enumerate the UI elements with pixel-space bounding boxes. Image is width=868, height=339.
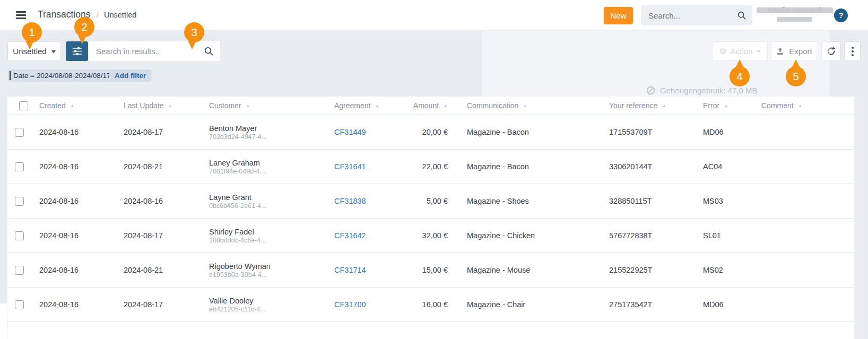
help-button[interactable]: ? xyxy=(834,8,848,22)
action-dropdown-button[interactable]: ⚙ Action xyxy=(712,41,768,61)
row-checkbox[interactable] xyxy=(15,266,24,275)
customer-name: Shirley Fadel xyxy=(209,228,254,236)
row-checkbox[interactable] xyxy=(15,300,24,309)
cell-agreement: CF31449 xyxy=(327,115,400,149)
redaction-bar-secondary xyxy=(777,17,812,22)
search-icon[interactable] xyxy=(204,46,214,56)
global-search-box[interactable] xyxy=(641,5,752,25)
view-selector-dropdown[interactable]: Unsettled xyxy=(7,41,61,61)
cell-created: 2024-08-16 xyxy=(32,253,116,287)
cell-error: MD06 xyxy=(696,288,754,321)
sliders-icon xyxy=(72,47,82,56)
agreement-link[interactable]: CF31449 xyxy=(334,128,366,136)
agreement-link[interactable]: CF31700 xyxy=(334,300,366,309)
cell-agreement: CF31700 xyxy=(327,288,400,321)
cell-communication: Magazine - Bacon xyxy=(459,150,602,184)
sort-ascending-icon: ▲ xyxy=(523,103,527,108)
menu-icon[interactable] xyxy=(16,11,26,19)
customer-name: Benton Mayer xyxy=(209,124,257,133)
refresh-button[interactable] xyxy=(821,41,841,61)
upload-icon xyxy=(776,47,785,56)
cell-comment xyxy=(754,288,854,321)
cell-created: 2024-08-16 xyxy=(32,184,116,218)
active-filter-chip[interactable]: Date = 2024/08/08-2024/08/17 xyxy=(8,69,116,82)
column-header-customer[interactable]: Customer▲ xyxy=(202,97,327,115)
cell-created: 2024-08-16 xyxy=(32,150,116,184)
user-menu[interactable]: Amelie Vervoeck xyxy=(758,6,832,24)
column-header-last-update[interactable]: Last Update▲ xyxy=(116,97,202,115)
customer-id: 7001f94e-049d-4... xyxy=(209,168,265,175)
kebab-icon xyxy=(852,47,854,49)
export-button[interactable]: Export xyxy=(771,41,817,61)
table-row[interactable]: 2024-08-162024-08-16Layne Grant0bc6b456-… xyxy=(7,184,854,219)
cell-amount: 20,00 € xyxy=(400,115,459,149)
column-header-amount[interactable]: Amount▲ xyxy=(400,97,459,115)
cell-comment xyxy=(754,115,854,149)
cell-customer: Layne Grant0bc6b456-2e61-4... xyxy=(202,184,327,218)
cell-customer: Rigoberto Wymane1953b0a-30b4-4... xyxy=(202,253,327,287)
sort-ascending-icon: ▲ xyxy=(168,103,173,108)
column-header-comment[interactable]: Comment▲ xyxy=(754,97,854,115)
circle-slash-icon xyxy=(646,86,655,95)
sort-ascending-icon: ▲ xyxy=(70,103,75,108)
cell-communication: Magazine - Chair xyxy=(459,288,602,321)
cell-created: 2024-08-16 xyxy=(32,115,116,149)
cell-amount: 5,00 € xyxy=(400,184,459,218)
table-body: 2024-08-162024-08-17Benton Mayer702d3d24… xyxy=(7,115,854,322)
cell-amount: 32,00 € xyxy=(400,219,459,253)
agreement-link[interactable]: CF31642 xyxy=(334,231,366,240)
row-checkbox[interactable] xyxy=(15,162,24,171)
table-row[interactable]: 2024-08-162024-08-17Vallie Dooleyeb42120… xyxy=(7,288,854,322)
cell-your-reference: 275173542T xyxy=(602,288,696,321)
agreement-link[interactable]: CF31838 xyxy=(334,197,366,205)
redaction-bar xyxy=(757,7,833,13)
column-header-communication[interactable]: Communication▲ xyxy=(459,97,602,115)
sort-ascending-icon: ▲ xyxy=(724,103,728,108)
cell-error: SL01 xyxy=(696,219,754,253)
add-filter-button[interactable]: Add filter xyxy=(109,69,151,82)
table-row[interactable]: 2024-08-162024-08-21Laney Graham7001f94e… xyxy=(7,150,854,184)
agreement-link[interactable]: CF31641 xyxy=(334,162,366,171)
cell-communication: Magazine - Chicken xyxy=(459,219,602,253)
more-options-button[interactable] xyxy=(844,41,861,61)
cell-your-reference: 328850115T xyxy=(602,184,696,218)
row-checkbox[interactable] xyxy=(15,231,24,240)
global-search-input[interactable] xyxy=(641,5,752,25)
sort-ascending-icon: ▲ xyxy=(662,103,666,108)
cell-your-reference: 171553709T xyxy=(602,115,696,149)
transactions-table: Created▲Last Update▲Customer▲Agreement▲A… xyxy=(7,97,854,339)
cell-agreement: CF31838 xyxy=(327,184,400,218)
table-row[interactable]: 2024-08-162024-08-21Rigoberto Wymane1953… xyxy=(7,253,854,288)
row-checkbox[interactable] xyxy=(15,128,24,137)
table-row[interactable]: 2024-08-162024-08-17Shirley Fadel108bddd… xyxy=(7,219,854,253)
column-header-agreement[interactable]: Agreement▲ xyxy=(327,97,400,115)
column-header-created[interactable]: Created▲ xyxy=(32,97,116,115)
row-checkbox[interactable] xyxy=(15,197,24,206)
cell-error: MS03 xyxy=(696,184,754,218)
cell-error: MD06 xyxy=(696,115,754,149)
new-button[interactable]: New xyxy=(604,7,633,24)
results-search-box[interactable] xyxy=(89,41,220,61)
customer-name: Vallie Dooley xyxy=(209,297,254,305)
customer-name: Rigoberto Wyman xyxy=(209,262,271,271)
chevron-down-icon xyxy=(51,50,56,53)
cell-customer: Shirley Fadel108bdddc-4c6e-4... xyxy=(202,219,327,253)
cell-agreement: CF31642 xyxy=(327,219,400,253)
agreement-link[interactable]: CF31714 xyxy=(334,266,366,274)
customer-id: 108bdddc-4c6e-4... xyxy=(209,237,266,244)
sort-ascending-icon: ▲ xyxy=(375,103,379,108)
breadcrumb-page: Unsettled xyxy=(104,11,136,19)
cell-customer: Benton Mayer702d3d24-4947-4... xyxy=(202,115,327,149)
table-row[interactable]: 2024-08-162024-08-17Benton Mayer702d3d24… xyxy=(7,115,854,150)
cell-customer: Vallie Dooleyeb421205-c11c-4... xyxy=(202,288,327,321)
results-search-input[interactable] xyxy=(89,41,220,61)
memory-usage-text: Geheugengebruik: 47,0 MB xyxy=(660,86,757,95)
cell-agreement: CF31714 xyxy=(327,253,400,287)
chevron-down-icon xyxy=(757,50,761,53)
select-all-checkbox[interactable] xyxy=(19,101,28,110)
column-header-your-reference[interactable]: Your reference▲ xyxy=(602,97,696,115)
filter-settings-button[interactable] xyxy=(66,41,88,61)
callout-badge-1: 1 xyxy=(22,22,42,42)
column-header-error[interactable]: Error▲ xyxy=(696,97,754,115)
gear-icon: ⚙ xyxy=(719,47,726,56)
